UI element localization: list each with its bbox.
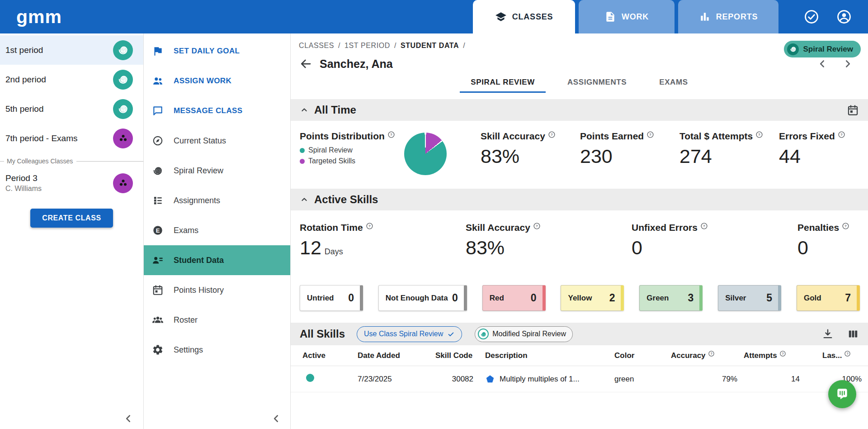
menu-item-student-data[interactable]: Student Data (144, 245, 290, 275)
chip-untried[interactable]: Untried 0 (300, 285, 363, 311)
chip-label: Untried (307, 294, 334, 303)
collapse-all-time-icon[interactable] (300, 105, 309, 114)
collapse-classes-sidebar-icon[interactable] (123, 413, 134, 424)
group-class-icon (113, 129, 133, 148)
check-icon (447, 330, 455, 338)
nav-tab-work[interactable]: WORK (579, 0, 675, 33)
help-icon[interactable] (842, 222, 849, 230)
help-icon[interactable] (646, 131, 654, 138)
chip-silver[interactable]: Silver 5 (718, 285, 781, 311)
help-icon[interactable] (755, 131, 763, 138)
breadcrumb-1st-period[interactable]: 1ST PERIOD (344, 42, 390, 50)
date-range-icon[interactable] (847, 104, 859, 116)
spiral-class-icon (113, 70, 133, 90)
chip-red[interactable]: Red 0 (482, 285, 546, 311)
chip-value: 0 (452, 292, 458, 304)
spiral-review-mode-badge[interactable]: Spiral Review (784, 41, 861, 57)
main-content: CLASSES / 1ST PERIOD / STUDENT DATA / Sp… (291, 33, 868, 429)
class-label: 5th period (5, 104, 44, 114)
help-icon[interactable] (548, 131, 556, 138)
chip-green[interactable]: Green 3 (639, 285, 703, 311)
tab-exams[interactable]: EXAMS (648, 72, 698, 93)
help-icon[interactable] (844, 351, 851, 357)
help-icon[interactable] (533, 222, 541, 230)
menu-item-spiral-review[interactable]: Spiral Review (144, 156, 290, 186)
breadcrumb-classes[interactable]: CLASSES (299, 42, 334, 50)
nav-tab-classes[interactable]: CLASSES (473, 0, 575, 33)
colleague-class-period-3[interactable]: Period 3 C. Williams (0, 168, 143, 198)
use-class-spiral-review-chip[interactable]: Use Class Spiral Review (357, 326, 462, 342)
collapse-active-skills-icon[interactable] (300, 195, 309, 204)
cell-accuracy: 79% (671, 375, 744, 384)
colleagues-divider: My Colleagues Classes (0, 154, 143, 168)
chip-not-enough-data[interactable]: Not Enough Data 0 (378, 285, 467, 311)
menu-item-settings[interactable]: Settings (144, 335, 290, 365)
chip-label: Modified Spiral Review (492, 330, 566, 338)
action-label: ASSIGN WORK (174, 76, 231, 86)
active-toggle-dot[interactable] (306, 374, 314, 382)
colleague-class-text: Period 3 C. Williams (5, 173, 42, 193)
set-daily-goal-button[interactable]: SET DAILY GOAL (144, 36, 290, 66)
menu-item-points-history[interactable]: Points History (144, 275, 290, 305)
chip-label: Green (646, 294, 669, 303)
help-icon[interactable] (700, 222, 708, 230)
student-data-icon (152, 254, 164, 266)
tab-assignments[interactable]: ASSIGNMENTS (557, 72, 637, 93)
menu-item-roster[interactable]: Roster (144, 305, 290, 335)
next-student-icon[interactable] (842, 58, 854, 70)
menu-label: Current Status (174, 136, 226, 146)
menu-label: Spiral Review (174, 166, 223, 176)
modified-spiral-review-chip[interactable]: Modified Spiral Review (475, 326, 573, 342)
menu-item-assignments[interactable]: Assignments (144, 186, 290, 215)
class-label: 1st period (5, 45, 43, 55)
class-item-5th-period[interactable]: 5th period (0, 94, 143, 124)
stat-label: Penalties (797, 222, 839, 233)
table-row[interactable]: 7/23/2025 30082 Multiply multiples of 1.… (291, 366, 868, 392)
chat-launcher-button[interactable] (828, 380, 856, 408)
nav-tab-reports[interactable]: REPORTS (678, 0, 778, 33)
tab-spiral-review[interactable]: SPIRAL REVIEW (460, 72, 546, 93)
back-arrow-icon[interactable] (299, 57, 312, 71)
help-icon[interactable] (366, 222, 373, 230)
all-time-band: All Time (291, 99, 868, 121)
columns-icon[interactable] (847, 328, 859, 340)
legend-item-targeted-skills: Targeted Skills (300, 157, 395, 165)
compass-icon (152, 135, 164, 147)
description-text: Multiply multiples of 1... (500, 375, 580, 384)
create-class-button[interactable]: CREATE CLASS (30, 209, 113, 228)
chip-value: 5 (766, 292, 772, 304)
points-distribution-block: Points Distribution Spiral Review Target… (300, 131, 481, 189)
help-icon[interactable] (387, 131, 395, 138)
class-item-2nd-period[interactable]: 2nd period (0, 65, 143, 94)
class-label: 2nd period (5, 75, 46, 85)
stat-rotation-time: Rotation Time 12Days (300, 222, 466, 259)
student-title-row: Sanchez, Ana (299, 57, 860, 71)
class-item-1st-period[interactable]: 1st period (0, 35, 143, 65)
chip-yellow[interactable]: Yellow 2 (561, 285, 624, 311)
help-icon[interactable] (708, 351, 715, 357)
stat-penalties: Penalties 0 (797, 222, 860, 259)
column-attempts: Attempts (744, 351, 816, 360)
collapse-menu-sidebar-icon[interactable] (270, 413, 282, 424)
menu-item-exams[interactable]: Exams (144, 215, 290, 245)
stat-suffix: Days (325, 247, 343, 256)
download-icon[interactable] (822, 328, 834, 340)
previous-student-icon[interactable] (816, 58, 828, 70)
menu-label: Exams (174, 226, 198, 235)
chip-value: 2 (609, 292, 615, 304)
breadcrumb-separator: / (394, 42, 396, 50)
class-item-7th-period-exams[interactable]: 7th period - Exams (0, 124, 143, 153)
menu-item-current-status[interactable]: Current Status (144, 126, 290, 156)
message-class-button[interactable]: MESSAGE CLASS (144, 96, 290, 126)
points-distribution-label: Points Distribution (300, 131, 385, 142)
assign-work-button[interactable]: ASSIGN WORK (144, 66, 290, 96)
help-icon[interactable] (838, 131, 845, 138)
chip-value: 3 (688, 292, 694, 304)
chip-label: Red (490, 294, 504, 303)
account-icon[interactable] (836, 9, 852, 24)
status-check-icon[interactable] (804, 9, 819, 24)
spiral-icon (478, 329, 489, 339)
chip-gold[interactable]: Gold 7 (797, 285, 860, 311)
help-icon[interactable] (779, 351, 786, 357)
column-skill-code: Skill Code (435, 351, 485, 360)
